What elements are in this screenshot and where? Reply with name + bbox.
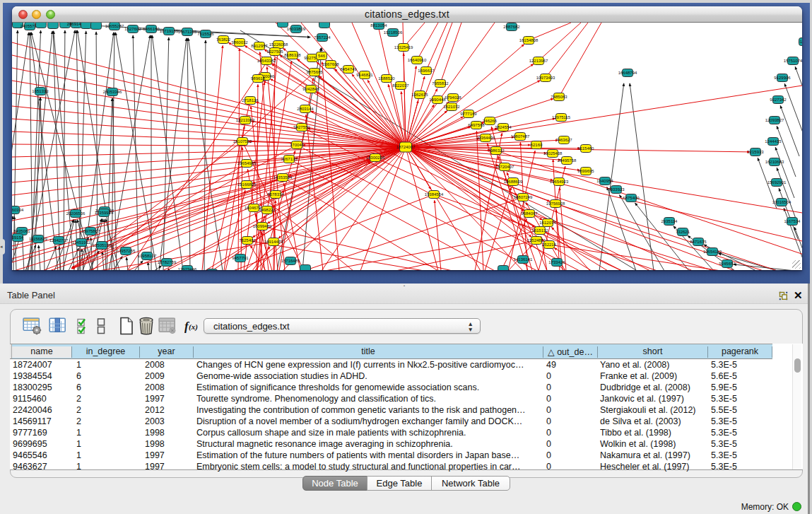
svg-text:746266: 746266 — [483, 119, 498, 123]
svg-text:3875685: 3875685 — [306, 70, 323, 74]
svg-text:7986322: 7986322 — [488, 148, 505, 153]
svg-text:8933923: 8933923 — [608, 187, 625, 192]
svg-text:1612074: 1612074 — [539, 221, 556, 225]
svg-text:10719155: 10719155 — [160, 29, 179, 33]
svg-text:6497568: 6497568 — [468, 123, 485, 127]
svg-text:12213967: 12213967 — [529, 59, 548, 63]
svg-text:1244415: 1244415 — [765, 139, 782, 144]
svg-text:9777169: 9777169 — [460, 112, 477, 116]
svg-text:16782759: 16782759 — [158, 260, 177, 264]
svg-text:2367608: 2367608 — [322, 62, 339, 66]
svg-text:10025438: 10025438 — [543, 151, 563, 156]
svg-text:14136141: 14136141 — [514, 257, 533, 262]
svg-text:9427552: 9427552 — [293, 125, 310, 129]
svg-text:9242848: 9242848 — [302, 87, 319, 91]
svg-text:2718126: 2718126 — [242, 98, 259, 103]
svg-text:19756928: 19756928 — [546, 201, 565, 206]
svg-text:3267130: 3267130 — [281, 157, 298, 161]
svg-text:3824554: 3824554 — [495, 125, 512, 129]
svg-text:1167534: 1167534 — [784, 219, 801, 223]
svg-text:9327505: 9327505 — [266, 49, 283, 54]
svg-text:26160334: 26160334 — [12, 208, 24, 212]
svg-text:6875400: 6875400 — [623, 196, 640, 200]
svg-text:16107533: 16107533 — [233, 139, 252, 144]
svg-text:20206536: 20206536 — [66, 211, 86, 216]
svg-text:12923446: 12923446 — [178, 267, 197, 270]
svg-text:546: 546 — [318, 54, 326, 58]
svg-text:732621: 732621 — [676, 230, 690, 234]
svg-text:8471675: 8471675 — [690, 240, 707, 244]
svg-text:11156829: 11156829 — [29, 237, 47, 241]
svg-text:2935114: 2935114 — [661, 219, 678, 223]
svg-text:1362615: 1362615 — [411, 93, 428, 97]
svg-text:19166825: 19166825 — [237, 182, 257, 187]
svg-text:14353594: 14353594 — [273, 175, 293, 180]
svg-text:12975115: 12975115 — [552, 115, 571, 119]
svg-text:252214: 252214 — [542, 243, 557, 247]
svg-text:1640954: 1640954 — [596, 179, 613, 183]
svg-text:9245652: 9245652 — [719, 262, 736, 266]
svg-text:3498222: 3498222 — [259, 208, 276, 212]
svg-text:11451911: 11451911 — [72, 240, 90, 245]
svg-text:39154: 39154 — [12, 235, 24, 240]
svg-text:17957255: 17957255 — [117, 249, 136, 253]
svg-text:20364436: 20364436 — [476, 136, 495, 140]
svg-text:28495758: 28495758 — [558, 158, 577, 163]
svg-text:9146821: 9146821 — [356, 73, 373, 77]
svg-text:12213363: 12213363 — [236, 118, 255, 122]
svg-text:7955812: 7955812 — [432, 81, 449, 86]
svg-text:1588520: 1588520 — [378, 76, 395, 81]
svg-text:1621072: 1621072 — [443, 105, 460, 109]
svg-text:9227342: 9227342 — [770, 98, 787, 102]
svg-text:8912957: 8912957 — [251, 44, 268, 48]
svg-text:763822: 763822 — [216, 37, 231, 42]
svg-text:16154808: 16154808 — [519, 38, 539, 42]
svg-text:2887682: 2887682 — [503, 25, 520, 29]
svg-text:12942737: 12942737 — [49, 238, 69, 243]
svg-text:17016504: 17016504 — [772, 200, 792, 204]
svg-text:7485063: 7485063 — [551, 95, 567, 99]
svg-text:1733426: 1733426 — [548, 260, 565, 264]
svg-text:7357224: 7357224 — [314, 35, 331, 40]
svg-text:26053346: 26053346 — [103, 90, 122, 94]
svg-text:1990448: 1990448 — [429, 98, 446, 102]
svg-text:10958107: 10958107 — [138, 254, 157, 258]
svg-text:6794028: 6794028 — [445, 95, 461, 100]
svg-text:3860012: 3860012 — [231, 40, 248, 45]
svg-text:9129906: 9129906 — [774, 76, 791, 80]
svg-text:10973493: 10973493 — [536, 76, 555, 80]
svg-text:15226058: 15226058 — [269, 42, 288, 47]
svg-text:1696617: 1696617 — [418, 69, 435, 73]
svg-text:16648794: 16648794 — [618, 71, 637, 75]
svg-text:1112: 1112 — [800, 40, 802, 44]
svg-text:16543382: 16543382 — [257, 59, 276, 63]
svg-text:62160: 62160 — [531, 143, 543, 147]
svg-text:8454749: 8454749 — [340, 67, 357, 71]
svg-text:17359924: 17359924 — [95, 211, 114, 215]
svg-text:19654935: 19654935 — [237, 161, 257, 165]
svg-text:15720407: 15720407 — [495, 165, 514, 169]
svg-text:9457791: 9457791 — [232, 256, 249, 260]
svg-text:6466160: 6466160 — [143, 27, 160, 31]
svg-text:8322037: 8322037 — [392, 83, 409, 88]
svg-text:12505135: 12505135 — [93, 243, 112, 247]
svg-text:18300295: 18300295 — [366, 156, 385, 160]
svg-text:19384554: 19384554 — [425, 192, 444, 197]
svg-text:7515526: 7515526 — [197, 32, 214, 36]
svg-text:7625402: 7625402 — [239, 238, 256, 243]
svg-text:170046: 170046 — [290, 143, 305, 147]
svg-text:989618: 989618 — [251, 76, 266, 81]
svg-text:8435061: 8435061 — [13, 229, 30, 233]
svg-text:18724007: 18724007 — [396, 145, 416, 149]
svg-text:16671355: 16671355 — [178, 30, 197, 34]
svg-text:9115460: 9115460 — [578, 146, 595, 151]
svg-text:15692901: 15692901 — [767, 180, 787, 185]
svg-text:15716485: 15716485 — [281, 259, 300, 263]
svg-text:8186328: 8186328 — [284, 53, 301, 57]
svg-text:16033809: 16033809 — [287, 27, 306, 31]
svg-text:16099489: 16099489 — [253, 224, 272, 228]
svg-text:12093827: 12093827 — [765, 118, 784, 122]
svg-text:16914479: 16914479 — [264, 240, 283, 244]
svg-text:8813054: 8813054 — [370, 23, 387, 28]
svg-text:19654923: 19654923 — [550, 180, 569, 184]
